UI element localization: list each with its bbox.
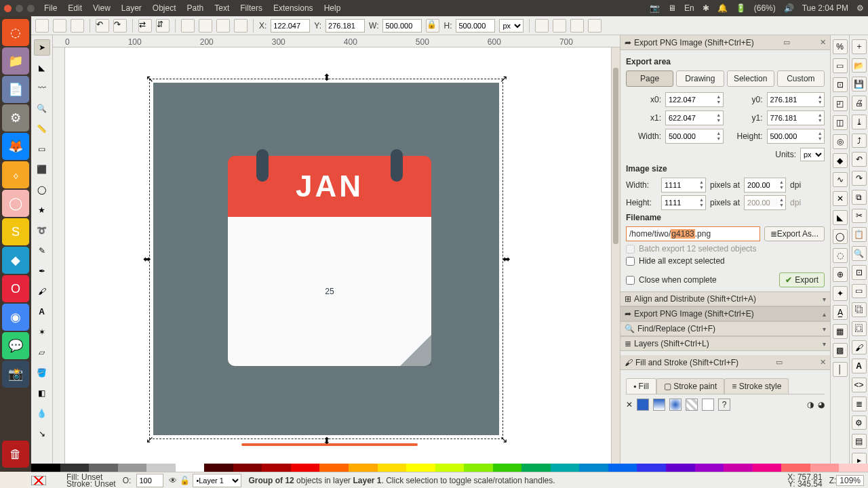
snap-guide-button[interactable]: │	[833, 362, 848, 377]
flip-vertical-button[interactable]: ⇵	[156, 19, 170, 33]
zoom-selection-button[interactable]: 🔍	[852, 246, 867, 261]
gradient-tool[interactable]: ◧	[34, 385, 50, 401]
import-button[interactable]: ⤓	[852, 115, 867, 129]
palette-swatch[interactable]	[319, 464, 349, 472]
palette-swatch[interactable]	[349, 464, 378, 472]
bezier-tool[interactable]: ✒	[34, 263, 50, 279]
export-units-select[interactable]: px	[800, 148, 825, 161]
export-png-titlebar[interactable]: ➦ Export PNG Image (Shift+Ctrl+E) ▭ ✕	[620, 35, 830, 50]
star-tool[interactable]: ★	[34, 202, 50, 218]
layer-lock-icon[interactable]: 🔓	[180, 476, 190, 485]
text-tool[interactable]: A	[34, 304, 50, 320]
img-width-input[interactable]	[662, 181, 698, 189]
undo-button-cmd[interactable]: ↶	[852, 152, 867, 167]
zoom-tool[interactable]: 🔍	[34, 100, 50, 117]
palette-swatch[interactable]	[406, 464, 435, 472]
fill-stroke-titlebar[interactable]: 🖌 Fill and Stroke (Shift+Ctrl+F) ▭ ✕	[620, 355, 830, 370]
window-maximize-button[interactable]	[27, 5, 35, 12]
export-button[interactable]: ✔Export	[779, 272, 825, 287]
trash-icon[interactable]: 🗑	[2, 441, 29, 468]
palette-swatch[interactable]	[695, 464, 724, 472]
h-input[interactable]	[456, 19, 495, 33]
snap-bbox-button[interactable]: ▭	[833, 58, 848, 73]
selector-tool[interactable]: ➤	[34, 39, 50, 56]
snap-midpoint-button[interactable]: ◌	[833, 248, 848, 263]
spiral-tool[interactable]: ➰	[34, 222, 50, 239]
img-height-input[interactable]	[662, 199, 698, 207]
export-as-button[interactable]: ≣ Export As...	[764, 226, 825, 241]
snap-smooth-button[interactable]: ◯	[833, 229, 848, 244]
swatch-button[interactable]	[702, 399, 714, 411]
dialog-close-icon[interactable]: ✕	[820, 38, 826, 47]
align-distribute-collapsed[interactable]: ⊞Align and Distribute (Shift+Ctrl+A)▾	[620, 291, 830, 306]
fill-stroke-dialog-button[interactable]: 🖌	[852, 340, 867, 355]
export-button-cmd[interactable]: ⤴	[852, 134, 867, 148]
chrome-icon[interactable]: ◉	[2, 304, 29, 331]
zoom-drawing-button[interactable]: ⊡	[852, 265, 867, 280]
canvas[interactable]: JAN 25 ↖ ⬍ ↗ ⬌ ⬌ ↙ ⬍ ↘	[65, 47, 620, 472]
menu-path[interactable]: Path	[187, 3, 204, 13]
save-button[interactable]: 💾	[852, 77, 867, 92]
connector-tool[interactable]: ↘	[34, 426, 50, 442]
app-icon[interactable]: ◯	[2, 190, 29, 217]
x-input[interactable]	[271, 19, 310, 33]
palette-swatch[interactable]	[233, 464, 262, 472]
palette-swatch[interactable]	[521, 464, 551, 472]
dash-icon[interactable]: ◌	[2, 19, 29, 46]
cut-button[interactable]: ✂	[852, 209, 867, 224]
camera-app-icon[interactable]: 📸	[2, 361, 29, 388]
system-settings-icon[interactable]: ⚙	[2, 104, 29, 131]
snap-bbox-edge-button[interactable]: ⊡	[833, 77, 848, 92]
handle-n[interactable]: ⬍	[323, 74, 330, 81]
linear-gradient-button[interactable]	[653, 399, 665, 411]
zoom-page-button[interactable]: ▭	[852, 284, 867, 299]
document-icon[interactable]: 📄	[2, 76, 29, 103]
dialog-close-icon[interactable]: ✕	[820, 358, 826, 367]
handle-nw[interactable]: ↖	[146, 75, 153, 82]
session-icon[interactable]: ⚙	[856, 3, 864, 13]
snap-cusp-button[interactable]: ◣	[833, 210, 848, 225]
window-close-button[interactable]	[4, 5, 12, 12]
palette-swatch[interactable]	[118, 464, 147, 472]
node-tool[interactable]: ◣	[34, 60, 50, 76]
affect-corners-button[interactable]	[553, 19, 566, 33]
menu-layer[interactable]: Layer	[121, 3, 142, 13]
snap-page-border-button[interactable]: ▦	[833, 324, 848, 339]
snap-grid-button[interactable]: ▩	[833, 343, 848, 358]
bluetooth-icon[interactable]: ✱	[703, 3, 709, 13]
snap-node-button[interactable]: ◆	[833, 153, 848, 168]
deselect-button[interactable]	[71, 19, 84, 33]
open-button[interactable]: 📂	[852, 58, 867, 73]
paint-bucket-tool[interactable]: 🪣	[34, 365, 50, 381]
firefox-icon[interactable]: 🦊	[2, 133, 29, 160]
selection-box[interactable]: ↖ ⬍ ↗ ⬌ ⬌ ↙ ⬍ ↘	[149, 79, 503, 439]
print-button[interactable]: 🖨	[852, 96, 867, 110]
window-minimize-button[interactable]	[16, 5, 23, 12]
y1-input[interactable]	[768, 114, 816, 122]
export-area-page[interactable]: Page	[626, 70, 673, 87]
snap-bbox-corner-button[interactable]: ◰	[833, 96, 848, 111]
files-icon[interactable]: 📁	[2, 47, 29, 75]
dialog-minimize-icon[interactable]: ▭	[776, 358, 783, 367]
dropper-tool[interactable]: 💧	[34, 405, 50, 422]
filename-input[interactable]: /home/tiwo/g4183.png	[626, 226, 760, 241]
sublime-icon[interactable]: S	[2, 218, 29, 245]
camera-indicator-icon[interactable]: 📷	[650, 3, 660, 13]
spray-tool[interactable]: ✶	[34, 324, 50, 340]
paste-button[interactable]: 📋	[852, 227, 867, 242]
handle-se[interactable]: ↘	[500, 436, 507, 443]
palette-swatch[interactable]	[378, 464, 407, 472]
palette-swatch[interactable]	[579, 464, 608, 472]
rectangle-tool[interactable]: ▭	[34, 141, 50, 157]
export-area-selection[interactable]: Selection	[727, 70, 774, 87]
menu-file[interactable]: File	[44, 3, 57, 13]
palette-swatch[interactable]	[493, 464, 522, 472]
menu-extensions[interactable]: Extensions	[273, 3, 313, 13]
inkscape-icon[interactable]: ◆	[2, 247, 29, 274]
layers-dialog-button[interactable]: ≣	[852, 396, 867, 411]
palette-swatch[interactable]	[724, 464, 753, 472]
lock-aspect-button[interactable]: 🔒	[426, 19, 439, 33]
layer-visibility-icon[interactable]: 👁	[169, 476, 177, 485]
xml-editor-button[interactable]: <>	[852, 378, 867, 392]
palette-swatch[interactable]	[204, 464, 233, 472]
